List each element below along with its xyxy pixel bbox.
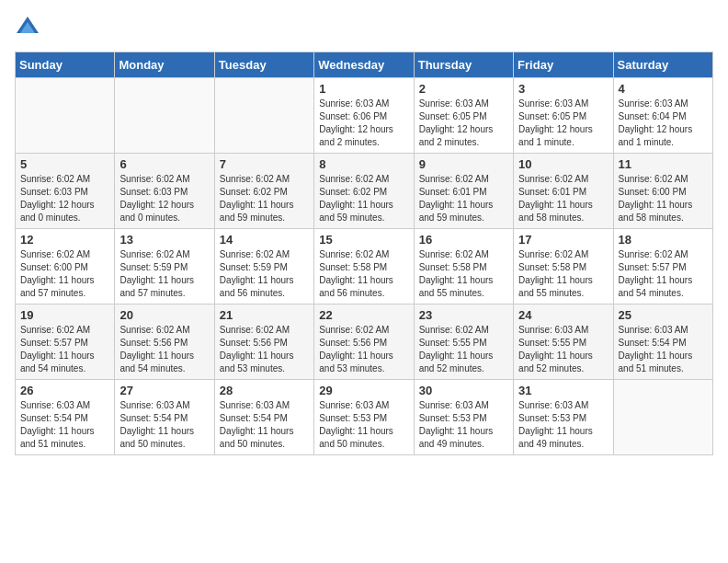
calendar-table: SundayMondayTuesdayWednesdayThursdayFrid…	[15, 52, 713, 455]
day-info: Sunrise: 6:02 AM Sunset: 5:57 PM Dayligh…	[619, 248, 708, 300]
page-header	[15, 15, 713, 40]
day-number: 22	[319, 308, 408, 322]
day-number: 11	[619, 157, 708, 171]
calendar-cell: 27Sunrise: 6:03 AM Sunset: 5:54 PM Dayli…	[115, 380, 214, 455]
calendar-week-row: 26Sunrise: 6:03 AM Sunset: 5:54 PM Dayli…	[16, 380, 713, 455]
calendar-cell: 16Sunrise: 6:02 AM Sunset: 5:58 PM Dayli…	[414, 229, 513, 304]
day-number: 12	[20, 233, 109, 247]
day-info: Sunrise: 6:02 AM Sunset: 6:00 PM Dayligh…	[619, 173, 708, 224]
column-header-saturday: Saturday	[613, 52, 712, 78]
calendar-week-row: 12Sunrise: 6:02 AM Sunset: 6:00 PM Dayli…	[16, 229, 713, 304]
calendar-cell: 12Sunrise: 6:02 AM Sunset: 6:00 PM Dayli…	[16, 229, 115, 304]
calendar-cell: 4Sunrise: 6:03 AM Sunset: 6:04 PM Daylig…	[613, 78, 712, 154]
day-number: 28	[220, 384, 309, 397]
day-number: 30	[419, 384, 508, 397]
day-info: Sunrise: 6:03 AM Sunset: 5:55 PM Dayligh…	[518, 324, 608, 375]
day-number: 14	[220, 233, 309, 247]
calendar-cell: 11Sunrise: 6:02 AM Sunset: 6:00 PM Dayli…	[613, 154, 712, 229]
day-info: Sunrise: 6:03 AM Sunset: 5:53 PM Dayligh…	[518, 399, 608, 451]
calendar-cell: 25Sunrise: 6:03 AM Sunset: 5:54 PM Dayli…	[613, 304, 712, 380]
day-info: Sunrise: 6:03 AM Sunset: 5:54 PM Dayligh…	[20, 399, 109, 451]
calendar-cell: 2Sunrise: 6:03 AM Sunset: 6:05 PM Daylig…	[414, 78, 513, 154]
day-number: 26	[20, 384, 109, 397]
column-header-sunday: Sunday	[16, 52, 115, 78]
day-number: 9	[419, 157, 508, 171]
day-info: Sunrise: 6:02 AM Sunset: 5:59 PM Dayligh…	[119, 248, 209, 300]
day-number: 31	[518, 384, 608, 397]
calendar-cell: 22Sunrise: 6:02 AM Sunset: 5:56 PM Dayli…	[314, 304, 414, 380]
day-info: Sunrise: 6:02 AM Sunset: 5:57 PM Dayligh…	[20, 324, 109, 375]
calendar-cell	[613, 380, 712, 455]
column-header-friday: Friday	[514, 52, 613, 78]
day-info: Sunrise: 6:02 AM Sunset: 5:55 PM Dayligh…	[419, 324, 508, 375]
day-info: Sunrise: 6:03 AM Sunset: 5:53 PM Dayligh…	[419, 399, 508, 451]
day-number: 3	[518, 82, 608, 96]
day-number: 8	[319, 157, 408, 171]
day-number: 10	[518, 157, 608, 171]
day-info: Sunrise: 6:03 AM Sunset: 6:05 PM Dayligh…	[419, 98, 508, 149]
day-info: Sunrise: 6:02 AM Sunset: 6:00 PM Dayligh…	[20, 248, 109, 300]
calendar-cell: 13Sunrise: 6:02 AM Sunset: 5:59 PM Dayli…	[115, 229, 214, 304]
day-number: 15	[319, 233, 408, 247]
day-info: Sunrise: 6:02 AM Sunset: 6:03 PM Dayligh…	[119, 173, 209, 224]
day-info: Sunrise: 6:02 AM Sunset: 6:03 PM Dayligh…	[20, 173, 109, 224]
day-number: 25	[619, 308, 708, 322]
day-number: 2	[419, 82, 508, 96]
calendar-cell: 9Sunrise: 6:02 AM Sunset: 6:01 PM Daylig…	[414, 154, 513, 229]
day-number: 4	[619, 82, 708, 96]
day-number: 29	[319, 384, 408, 397]
calendar-cell	[214, 78, 313, 154]
day-number: 1	[319, 82, 408, 96]
day-number: 21	[220, 308, 309, 322]
calendar-week-row: 5Sunrise: 6:02 AM Sunset: 6:03 PM Daylig…	[16, 154, 713, 229]
calendar-cell: 21Sunrise: 6:02 AM Sunset: 5:56 PM Dayli…	[214, 304, 313, 380]
day-info: Sunrise: 6:03 AM Sunset: 5:54 PM Dayligh…	[619, 324, 708, 375]
calendar-cell: 23Sunrise: 6:02 AM Sunset: 5:55 PM Dayli…	[414, 304, 513, 380]
day-number: 23	[419, 308, 508, 322]
column-header-tuesday: Tuesday	[214, 52, 313, 78]
day-info: Sunrise: 6:02 AM Sunset: 6:02 PM Dayligh…	[220, 173, 309, 224]
calendar-cell: 26Sunrise: 6:03 AM Sunset: 5:54 PM Dayli…	[16, 380, 115, 455]
calendar-cell: 5Sunrise: 6:02 AM Sunset: 6:03 PM Daylig…	[16, 154, 115, 229]
day-number: 19	[20, 308, 109, 322]
day-number: 7	[220, 157, 309, 171]
calendar-cell: 19Sunrise: 6:02 AM Sunset: 5:57 PM Dayli…	[16, 304, 115, 380]
calendar-cell: 14Sunrise: 6:02 AM Sunset: 5:59 PM Dayli…	[214, 229, 313, 304]
day-info: Sunrise: 6:03 AM Sunset: 5:54 PM Dayligh…	[119, 399, 209, 451]
day-number: 24	[518, 308, 608, 322]
column-header-thursday: Thursday	[414, 52, 513, 78]
day-info: Sunrise: 6:03 AM Sunset: 6:04 PM Dayligh…	[619, 98, 708, 149]
day-info: Sunrise: 6:02 AM Sunset: 6:01 PM Dayligh…	[419, 173, 508, 224]
calendar-cell: 31Sunrise: 6:03 AM Sunset: 5:53 PM Dayli…	[514, 380, 613, 455]
logo	[15, 15, 44, 40]
calendar-week-row: 1Sunrise: 6:03 AM Sunset: 6:06 PM Daylig…	[16, 78, 713, 154]
day-info: Sunrise: 6:03 AM Sunset: 5:54 PM Dayligh…	[220, 399, 309, 451]
calendar-cell: 24Sunrise: 6:03 AM Sunset: 5:55 PM Dayli…	[514, 304, 613, 380]
calendar-cell: 7Sunrise: 6:02 AM Sunset: 6:02 PM Daylig…	[214, 154, 313, 229]
day-number: 20	[119, 308, 209, 322]
day-info: Sunrise: 6:02 AM Sunset: 5:58 PM Dayligh…	[518, 248, 608, 300]
calendar-cell: 29Sunrise: 6:03 AM Sunset: 5:53 PM Dayli…	[314, 380, 414, 455]
calendar-cell	[115, 78, 214, 154]
calendar-week-row: 19Sunrise: 6:02 AM Sunset: 5:57 PM Dayli…	[16, 304, 713, 380]
calendar-cell: 30Sunrise: 6:03 AM Sunset: 5:53 PM Dayli…	[414, 380, 513, 455]
day-number: 27	[119, 384, 209, 397]
day-info: Sunrise: 6:02 AM Sunset: 5:59 PM Dayligh…	[220, 248, 309, 300]
day-info: Sunrise: 6:02 AM Sunset: 5:58 PM Dayligh…	[419, 248, 508, 300]
day-info: Sunrise: 6:03 AM Sunset: 6:05 PM Dayligh…	[518, 98, 608, 149]
day-info: Sunrise: 6:02 AM Sunset: 5:58 PM Dayligh…	[319, 248, 408, 300]
day-info: Sunrise: 6:03 AM Sunset: 5:53 PM Dayligh…	[319, 399, 408, 451]
calendar-cell: 1Sunrise: 6:03 AM Sunset: 6:06 PM Daylig…	[314, 78, 414, 154]
logo-icon	[15, 15, 40, 40]
calendar-cell: 6Sunrise: 6:02 AM Sunset: 6:03 PM Daylig…	[115, 154, 214, 229]
day-number: 18	[619, 233, 708, 247]
calendar-cell: 3Sunrise: 6:03 AM Sunset: 6:05 PM Daylig…	[514, 78, 613, 154]
day-number: 17	[518, 233, 608, 247]
calendar-cell: 18Sunrise: 6:02 AM Sunset: 5:57 PM Dayli…	[613, 229, 712, 304]
day-info: Sunrise: 6:02 AM Sunset: 5:56 PM Dayligh…	[119, 324, 209, 375]
day-number: 16	[419, 233, 508, 247]
day-info: Sunrise: 6:02 AM Sunset: 5:56 PM Dayligh…	[220, 324, 309, 375]
day-number: 13	[119, 233, 209, 247]
calendar-header-row: SundayMondayTuesdayWednesdayThursdayFrid…	[16, 52, 713, 78]
calendar-cell: 28Sunrise: 6:03 AM Sunset: 5:54 PM Dayli…	[214, 380, 313, 455]
